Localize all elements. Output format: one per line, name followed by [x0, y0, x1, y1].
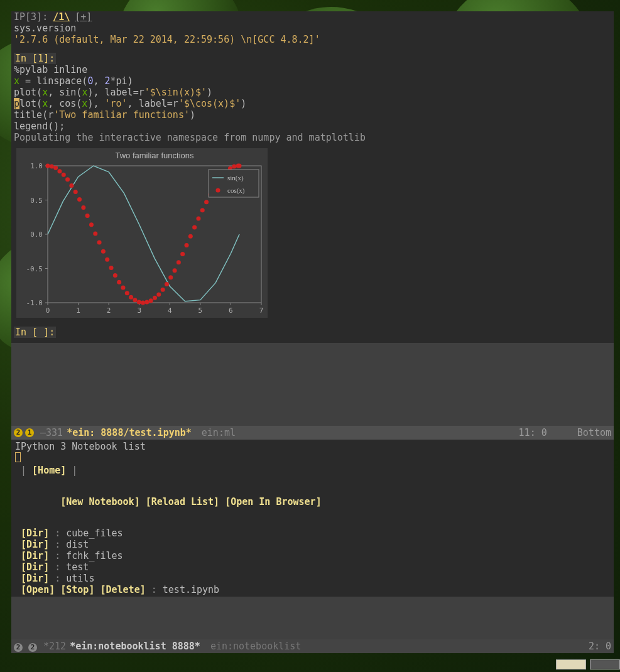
- tab-bar: IP[3]: /1\ [+]: [11, 11, 614, 23]
- taskbar-item-1[interactable]: [556, 659, 586, 669]
- tab-active[interactable]: /1\: [53, 11, 70, 23]
- tab-add[interactable]: [+]: [75, 11, 92, 23]
- cell1-xline: x = linspace(0, 2*pi): [14, 75, 611, 87]
- tab-prefix: IP[3]:: [14, 11, 48, 23]
- dir-row[interactable]: [Dir] : test: [15, 561, 610, 573]
- cell0-line0: sys.version: [14, 23, 611, 34]
- open-in-browser-button[interactable]: [Open In Browser]: [225, 496, 322, 507]
- chart-svg: Two familiar functions01234567-1.0-0.50.…: [16, 148, 268, 318]
- svg-point-50: [129, 295, 133, 300]
- svg-text:0.5: 0.5: [30, 197, 43, 205]
- svg-point-60: [168, 275, 173, 279]
- svg-point-42: [97, 241, 102, 245]
- svg-text:5: 5: [199, 306, 203, 315]
- cell1-plot2: plot(x, cos(x), 'ro', label=r'$\cos(x)$'…: [14, 98, 611, 109]
- ml1-mode: ein:ml: [202, 427, 236, 438]
- svg-point-52: [137, 300, 141, 304]
- chart-output: Two familiar functions01234567-1.0-0.50.…: [16, 148, 268, 318]
- reload-list-button[interactable]: [Reload List]: [146, 496, 219, 507]
- ml2-buffer: *ein:notebooklist 8888*: [70, 641, 200, 652]
- svg-point-43: [101, 249, 106, 254]
- svg-point-31: [53, 166, 58, 170]
- file-open-button[interactable]: [Open]: [21, 584, 55, 595]
- nb-cursor: [15, 452, 21, 462]
- svg-point-82: [216, 188, 220, 193]
- cell-2[interactable]: In [ ]:: [11, 327, 614, 343]
- modeline-top: 2 1 — 331 *ein: 8888/test.ipynb* ein:ml …: [11, 426, 614, 440]
- ml2-badge-2: 2: [28, 643, 37, 652]
- svg-text:0: 0: [46, 306, 50, 315]
- filler-top: [11, 343, 614, 426]
- svg-point-39: [85, 214, 90, 218]
- ml1-pos: 11: 0: [519, 427, 547, 438]
- svg-point-47: [117, 280, 121, 285]
- dir-row[interactable]: [Dir] : dist: [15, 539, 610, 550]
- svg-point-38: [81, 205, 85, 210]
- cursor: p: [14, 98, 19, 109]
- cell-0-output: sys.version '2.7.6 (default, Mar 22 2014…: [11, 23, 614, 49]
- cell1-pylab: %pylab inline: [14, 64, 611, 75]
- file-stop-button[interactable]: [Stop]: [60, 584, 94, 595]
- svg-point-58: [161, 288, 165, 292]
- svg-point-56: [153, 296, 157, 300]
- file-name: test.ipynb: [163, 584, 219, 595]
- dir-row[interactable]: [Dir] : cube_files: [15, 528, 610, 539]
- dir-row[interactable]: [Dir] : utils: [15, 573, 610, 584]
- svg-point-63: [180, 252, 185, 256]
- svg-point-35: [69, 183, 73, 188]
- svg-point-78: [237, 164, 242, 168]
- modeline-bottom: 2 2 * 212 *ein:notebooklist 8888* ein:no…: [11, 639, 614, 653]
- cell1-plot1: plot(x, sin(x), label=r'$\sin(x)$'): [14, 87, 611, 98]
- svg-point-44: [105, 257, 109, 262]
- svg-point-32: [57, 169, 62, 173]
- svg-point-53: [141, 301, 145, 305]
- svg-point-54: [144, 300, 149, 304]
- taskbar: [556, 659, 620, 672]
- svg-point-62: [177, 260, 181, 264]
- svg-text:-1.0: -1.0: [26, 299, 43, 307]
- home-link[interactable]: [Home]: [32, 465, 66, 476]
- dir-row[interactable]: [Dir] : fchk_files: [15, 550, 610, 561]
- file-delete-button[interactable]: [Delete]: [100, 584, 145, 595]
- editor-pane-bottom[interactable]: IPython 3 Notebook list | [Home] | [New …: [11, 440, 614, 597]
- ml2-line: 212: [49, 641, 66, 652]
- svg-point-48: [121, 286, 125, 290]
- svg-point-37: [77, 197, 82, 202]
- svg-point-29: [46, 164, 50, 168]
- cell0-line1: '2.7.6 (default, Mar 22 2014, 22:59:56) …: [14, 34, 611, 45]
- svg-text:1.0: 1.0: [30, 162, 43, 170]
- editor-pane-top[interactable]: IP[3]: /1\ [+] sys.version '2.7.6 (defau…: [11, 11, 614, 343]
- ml2-pos: 2: 0: [589, 641, 611, 652]
- svg-point-51: [133, 298, 137, 302]
- cell1-prompt: In [1]:: [14, 53, 56, 64]
- taskbar-item-2[interactable]: [590, 659, 620, 669]
- svg-point-40: [89, 222, 94, 227]
- svg-point-36: [73, 190, 78, 194]
- svg-point-46: [113, 273, 117, 278]
- svg-point-49: [125, 291, 129, 295]
- svg-point-59: [165, 282, 169, 286]
- ml2-badge-1: 2: [14, 643, 23, 652]
- nb-title: IPython 3 Notebook list: [15, 441, 610, 452]
- ml1-buffer: *ein: 8888/test.ipynb*: [67, 427, 192, 438]
- svg-point-68: [200, 208, 205, 212]
- modeline-badge-1: 2: [14, 428, 23, 437]
- svg-point-41: [93, 231, 97, 236]
- svg-text:6: 6: [229, 306, 233, 315]
- svg-text:3: 3: [137, 306, 141, 315]
- cell-1[interactable]: In [1]: %pylab inline x = linspace(0, 2*…: [11, 53, 614, 327]
- svg-point-57: [156, 292, 161, 296]
- svg-text:0.0: 0.0: [30, 230, 43, 239]
- svg-point-30: [50, 165, 54, 169]
- svg-text:-0.5: -0.5: [26, 265, 43, 273]
- modeline-badge-2: 1: [25, 428, 34, 437]
- svg-text:Two familiar functions: Two familiar functions: [116, 151, 194, 160]
- svg-text:2: 2: [107, 306, 111, 315]
- svg-text:1: 1: [76, 306, 80, 315]
- new-notebook-button[interactable]: [New Notebook]: [60, 496, 139, 507]
- svg-text:4: 4: [168, 306, 172, 315]
- ml1-scroll: Bottom: [577, 427, 611, 438]
- svg-point-45: [109, 266, 114, 270]
- svg-point-33: [62, 173, 66, 177]
- svg-point-34: [65, 177, 70, 182]
